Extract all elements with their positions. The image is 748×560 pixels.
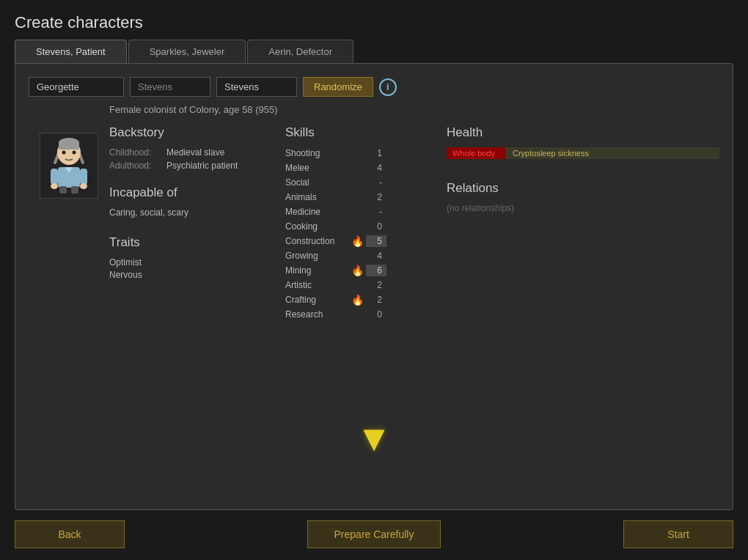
page-title: Create characters: [0, 0, 748, 40]
skill-value-crafting: 2: [366, 294, 386, 306]
health-bar-label: Whole body: [447, 147, 505, 159]
skill-row-construction: Construction🔥5: [285, 235, 417, 247]
skill-value-research: 0: [366, 309, 386, 320]
skill-row-shooting: Shooting1: [285, 147, 417, 159]
svg-point-10: [51, 183, 58, 189]
svg-point-11: [80, 183, 87, 189]
info-icon[interactable]: i: [379, 78, 397, 96]
avatar-container: [40, 133, 98, 199]
trait-nervous: Nervous: [109, 270, 271, 280]
skill-row-medicine: Medicine-: [285, 206, 417, 218]
traits-section: Traits Optimist Nervous: [109, 235, 271, 280]
incapable-values: Caring, social, scary: [109, 207, 271, 218]
skill-name-crafting: Crafting: [285, 295, 351, 305]
skill-value-growing: 4: [366, 250, 386, 262]
skill-icon-crafting: 🔥: [351, 294, 366, 306]
health-title: Health: [447, 125, 719, 140]
skill-value-social: -: [366, 177, 386, 188]
skill-name-construction: Construction: [285, 236, 351, 246]
skill-row-melee: Melee4: [285, 162, 417, 174]
first-name-input[interactable]: [29, 77, 124, 97]
skills-col: Skills Shooting1Melee4Social-Animals2Med…: [271, 125, 417, 323]
skill-row-mining: Mining🔥6: [285, 265, 417, 276]
trait-optimist: Optimist: [109, 257, 271, 268]
last-name-input[interactable]: [216, 77, 297, 97]
tab-sparkles-jeweler[interactable]: Sparkles, Jeweler: [128, 40, 246, 63]
bottom-buttons: Back Prepare Carefully Start: [0, 509, 748, 560]
skill-row-cooking: Cooking0: [285, 221, 417, 232]
skill-value-artistic: 2: [366, 279, 386, 291]
name-row: Randomize i: [29, 77, 719, 97]
skill-row-research: Research0: [285, 309, 417, 320]
middle-name-input[interactable]: [130, 77, 210, 97]
adulthood-label: Adulthood:: [109, 161, 161, 171]
skill-value-construction: 5: [366, 235, 386, 247]
skill-value-cooking: 0: [366, 221, 386, 232]
content-area: Backstory Childhood: Medieval slave Adul…: [29, 125, 719, 323]
svg-rect-4: [59, 142, 79, 150]
skill-row-animals: Animals2: [285, 191, 417, 203]
relations-section: Relations (no relationships): [447, 181, 719, 213]
skill-name-artistic: Artistic: [285, 280, 351, 290]
start-button[interactable]: Start: [623, 520, 733, 548]
adulthood-row: Adulthood: Psychiatric patient: [109, 161, 271, 171]
skill-value-shooting: 1: [366, 147, 386, 159]
svg-point-5: [62, 151, 66, 155]
tab-aerin-defector[interactable]: Aerin, Defector: [247, 40, 353, 63]
traits-title: Traits: [109, 235, 271, 250]
health-condition: Cryptosleep sickness: [505, 147, 719, 159]
skill-row-crafting: Crafting🔥2: [285, 294, 417, 306]
skills-list: Shooting1Melee4Social-Animals2Medicine-C…: [285, 147, 417, 320]
svg-rect-12: [59, 186, 67, 194]
skill-name-medicine: Medicine: [285, 207, 351, 217]
skill-name-animals: Animals: [285, 192, 351, 202]
main-panel: Randomize i Female colonist of Colony, a…: [15, 63, 733, 510]
avatar: [43, 136, 95, 195]
skill-value-mining: 6: [366, 265, 386, 276]
skill-row-growing: Growing4: [285, 250, 417, 262]
health-bar-row: Whole body Cryptosleep sickness: [447, 147, 719, 159]
incapable-section: Incapable of Caring, social, scary: [109, 185, 271, 218]
childhood-label: Childhood:: [109, 147, 161, 158]
skill-icon-construction: 🔥: [351, 235, 366, 247]
svg-point-6: [73, 151, 76, 155]
prepare-carefully-button[interactable]: Prepare Carefully: [307, 520, 441, 548]
tabs-bar: Stevens, Patient Sparkles, Jeweler Aerin…: [0, 40, 748, 63]
svg-rect-9: [80, 169, 87, 185]
skill-name-social: Social: [285, 177, 351, 188]
relations-empty: (no relationships): [447, 203, 719, 213]
skill-value-animals: 2: [366, 191, 386, 203]
backstory-title: Backstory: [109, 125, 271, 140]
character-description: Female colonist of Colony, age 58 (955): [109, 104, 719, 115]
randomize-button[interactable]: Randomize: [303, 77, 373, 97]
skill-name-growing: Growing: [285, 251, 351, 261]
skill-row-social: Social-: [285, 177, 417, 188]
skill-name-melee: Melee: [285, 163, 351, 173]
childhood-row: Childhood: Medieval slave: [109, 147, 271, 158]
svg-rect-13: [71, 186, 78, 194]
skill-row-artistic: Artistic2: [285, 279, 417, 291]
childhood-value: Medieval slave: [166, 147, 224, 158]
health-col: Health Whole body Cryptosleep sickness R…: [417, 125, 719, 323]
backstory-col: Backstory Childhood: Medieval slave Adul…: [109, 125, 271, 323]
arrow-indicator: ▼: [356, 420, 392, 457]
skill-icon-mining: 🔥: [351, 265, 366, 276]
skill-name-mining: Mining: [285, 265, 351, 276]
back-button[interactable]: Back: [15, 520, 125, 548]
tab-stevens-patient[interactable]: Stevens, Patient: [15, 40, 127, 63]
adulthood-value: Psychiatric patient: [166, 161, 238, 171]
incapable-title: Incapable of: [109, 185, 271, 200]
svg-rect-8: [51, 169, 58, 185]
skill-name-shooting: Shooting: [285, 148, 351, 158]
avatar-col: [29, 125, 109, 323]
skills-title: Skills: [285, 125, 417, 140]
skill-value-medicine: -: [366, 206, 386, 218]
skill-name-cooking: Cooking: [285, 221, 351, 232]
skill-name-research: Research: [285, 309, 351, 320]
skill-value-melee: 4: [366, 162, 386, 174]
relations-title: Relations: [447, 181, 719, 196]
